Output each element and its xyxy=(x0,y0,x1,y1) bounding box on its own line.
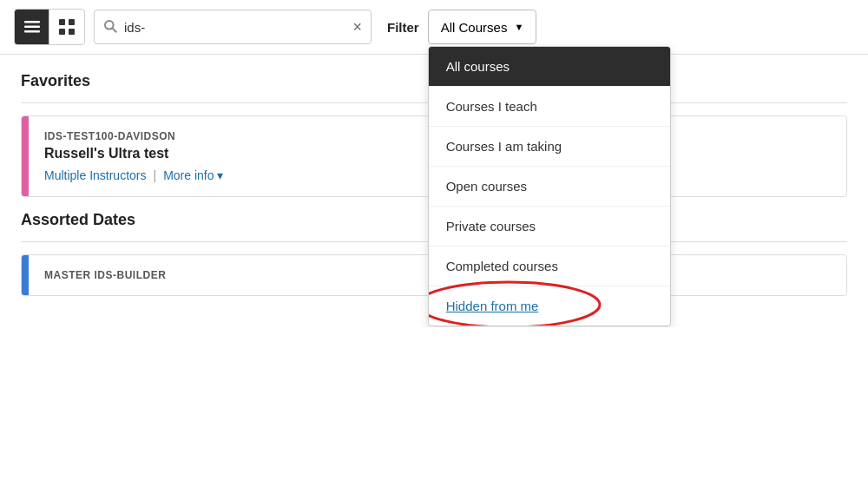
filter-dropdown: All Courses ▼ All courses Courses I teac… xyxy=(428,10,537,44)
search-clear-button[interactable]: × xyxy=(352,18,362,36)
filter-label: Filter xyxy=(387,20,419,35)
svg-line-8 xyxy=(113,28,116,31)
svg-point-7 xyxy=(105,21,114,30)
dropdown-item-completed-courses[interactable]: Completed courses xyxy=(429,247,670,286)
dropdown-arrow-icon: ▼ xyxy=(514,22,523,32)
toolbar: × Filter All Courses ▼ All courses Cours… xyxy=(0,0,868,55)
svg-rect-0 xyxy=(24,21,40,23)
more-info-arrow-icon: ▾ xyxy=(217,168,223,182)
search-icon xyxy=(103,19,117,36)
instructor-link[interactable]: Multiple Instructors xyxy=(44,168,146,182)
more-info-button[interactable]: More info ▾ xyxy=(163,168,223,182)
dropdown-item-courses-taking[interactable]: Courses I am taking xyxy=(429,127,670,167)
dropdown-item-all-courses[interactable]: All courses xyxy=(429,47,670,87)
grid-button[interactable] xyxy=(49,10,84,44)
filter-dropdown-selected: All Courses xyxy=(441,20,508,35)
filter-dropdown-button[interactable]: All Courses ▼ xyxy=(428,10,537,44)
dropdown-item-private-courses[interactable]: Private courses xyxy=(429,207,670,247)
svg-rect-5 xyxy=(59,29,65,35)
svg-rect-3 xyxy=(59,19,65,25)
search-input[interactable] xyxy=(124,20,345,35)
course-accent-bar xyxy=(22,116,29,196)
hamburger-button[interactable] xyxy=(15,10,49,44)
dropdown-menu: All courses Courses I teach Courses I am… xyxy=(428,46,671,326)
search-box: × xyxy=(94,10,372,44)
view-toggle-group xyxy=(14,9,85,45)
svg-rect-2 xyxy=(24,30,40,33)
svg-rect-6 xyxy=(69,29,75,35)
svg-rect-1 xyxy=(24,26,40,29)
dropdown-item-open-courses[interactable]: Open courses xyxy=(429,167,670,207)
svg-rect-4 xyxy=(69,19,75,25)
dropdown-item-courses-i-teach[interactable]: Courses I teach xyxy=(429,87,670,127)
course-accent-bar-blue xyxy=(22,255,29,295)
dropdown-item-hidden-from-me[interactable]: Hidden from me xyxy=(429,286,670,325)
meta-separator: | xyxy=(153,168,156,182)
